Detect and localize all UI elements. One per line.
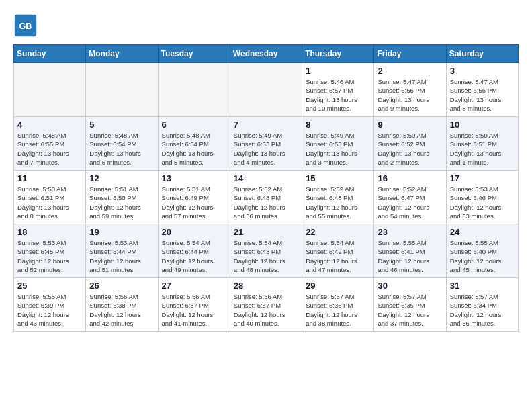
calendar-cell: 10Sunrise: 5:50 AM Sunset: 6:51 PM Dayli… bbox=[446, 117, 518, 171]
calendar-table: SundayMondayTuesdayWednesdayThursdayFrid… bbox=[13, 44, 519, 332]
calendar-cell: 13Sunrise: 5:51 AM Sunset: 6:49 PM Dayli… bbox=[158, 171, 230, 224]
calendar-cell: 25Sunrise: 5:55 AM Sunset: 6:39 PM Dayli… bbox=[14, 278, 86, 332]
day-info: Sunrise: 5:53 AM Sunset: 6:45 PM Dayligh… bbox=[17, 238, 82, 274]
day-info: Sunrise: 5:55 AM Sunset: 6:41 PM Dayligh… bbox=[378, 238, 442, 274]
calendar-week-row: 25Sunrise: 5:55 AM Sunset: 6:39 PM Dayli… bbox=[14, 278, 519, 332]
calendar-week-row: 18Sunrise: 5:53 AM Sunset: 6:45 PM Dayli… bbox=[14, 224, 519, 278]
weekday-header-tuesday: Tuesday bbox=[158, 45, 230, 63]
day-number: 22 bbox=[306, 227, 370, 237]
day-number: 19 bbox=[89, 227, 154, 237]
calendar-cell: 29Sunrise: 5:57 AM Sunset: 6:36 PM Dayli… bbox=[302, 278, 374, 332]
calendar-week-row: 4Sunrise: 5:48 AM Sunset: 6:55 PM Daylig… bbox=[14, 117, 519, 171]
day-number: 3 bbox=[450, 66, 515, 76]
day-info: Sunrise: 5:53 AM Sunset: 6:46 PM Dayligh… bbox=[450, 185, 515, 220]
day-info: Sunrise: 5:54 AM Sunset: 6:42 PM Dayligh… bbox=[306, 238, 370, 274]
calendar-cell: 7Sunrise: 5:49 AM Sunset: 6:53 PM Daylig… bbox=[230, 117, 302, 171]
calendar-cell: 16Sunrise: 5:52 AM Sunset: 6:47 PM Dayli… bbox=[374, 171, 446, 224]
day-info: Sunrise: 5:52 AM Sunset: 6:48 PM Dayligh… bbox=[306, 185, 370, 220]
day-info: Sunrise: 5:52 AM Sunset: 6:47 PM Dayligh… bbox=[378, 185, 442, 220]
day-number: 11 bbox=[17, 173, 82, 183]
day-number: 29 bbox=[306, 281, 370, 291]
weekday-header-thursday: Thursday bbox=[302, 45, 374, 63]
day-number: 8 bbox=[306, 120, 370, 130]
day-number: 12 bbox=[89, 173, 154, 183]
day-info: Sunrise: 5:50 AM Sunset: 6:52 PM Dayligh… bbox=[378, 131, 442, 167]
calendar-cell: 11Sunrise: 5:50 AM Sunset: 6:51 PM Dayli… bbox=[14, 171, 86, 224]
calendar-cell: 2Sunrise: 5:47 AM Sunset: 6:56 PM Daylig… bbox=[374, 63, 446, 117]
day-info: Sunrise: 5:56 AM Sunset: 6:38 PM Dayligh… bbox=[89, 292, 154, 328]
calendar-cell: 26Sunrise: 5:56 AM Sunset: 6:38 PM Dayli… bbox=[86, 278, 158, 332]
day-info: Sunrise: 5:54 AM Sunset: 6:44 PM Dayligh… bbox=[162, 238, 226, 274]
day-info: Sunrise: 5:46 AM Sunset: 6:57 PM Dayligh… bbox=[306, 77, 370, 113]
calendar-cell: 15Sunrise: 5:52 AM Sunset: 6:48 PM Dayli… bbox=[302, 171, 374, 224]
calendar-week-row: 1Sunrise: 5:46 AM Sunset: 6:57 PM Daylig… bbox=[14, 63, 519, 117]
calendar-cell: 27Sunrise: 5:56 AM Sunset: 6:37 PM Dayli… bbox=[158, 278, 230, 332]
calendar-cell: 6Sunrise: 5:48 AM Sunset: 6:54 PM Daylig… bbox=[158, 117, 230, 171]
calendar-cell bbox=[14, 63, 86, 117]
day-info: Sunrise: 5:54 AM Sunset: 6:43 PM Dayligh… bbox=[234, 238, 298, 274]
logo: GB bbox=[13, 13, 42, 38]
calendar-cell: 3Sunrise: 5:47 AM Sunset: 6:56 PM Daylig… bbox=[446, 63, 518, 117]
day-number: 13 bbox=[162, 173, 226, 183]
weekday-header-monday: Monday bbox=[86, 45, 158, 63]
page-header: GB bbox=[13, 13, 519, 38]
day-number: 2 bbox=[378, 66, 442, 76]
calendar-cell: 8Sunrise: 5:49 AM Sunset: 6:53 PM Daylig… bbox=[302, 117, 374, 171]
day-number: 17 bbox=[450, 173, 515, 183]
day-info: Sunrise: 5:57 AM Sunset: 6:36 PM Dayligh… bbox=[306, 292, 370, 328]
day-info: Sunrise: 5:49 AM Sunset: 6:53 PM Dayligh… bbox=[234, 131, 298, 167]
day-info: Sunrise: 5:47 AM Sunset: 6:56 PM Dayligh… bbox=[450, 77, 515, 113]
day-number: 5 bbox=[89, 120, 154, 130]
day-number: 31 bbox=[450, 281, 515, 291]
day-number: 21 bbox=[234, 227, 298, 237]
svg-text:GB: GB bbox=[19, 21, 32, 31]
calendar-cell: 1Sunrise: 5:46 AM Sunset: 6:57 PM Daylig… bbox=[302, 63, 374, 117]
weekday-header-wednesday: Wednesday bbox=[230, 45, 302, 63]
calendar-cell: 20Sunrise: 5:54 AM Sunset: 6:44 PM Dayli… bbox=[158, 224, 230, 278]
calendar-cell: 30Sunrise: 5:57 AM Sunset: 6:35 PM Dayli… bbox=[374, 278, 446, 332]
calendar-cell: 21Sunrise: 5:54 AM Sunset: 6:43 PM Dayli… bbox=[230, 224, 302, 278]
calendar-cell: 28Sunrise: 5:56 AM Sunset: 6:37 PM Dayli… bbox=[230, 278, 302, 332]
day-info: Sunrise: 5:49 AM Sunset: 6:53 PM Dayligh… bbox=[306, 131, 370, 167]
weekday-header-sunday: Sunday bbox=[14, 45, 86, 63]
day-number: 20 bbox=[162, 227, 226, 237]
calendar-cell: 24Sunrise: 5:55 AM Sunset: 6:40 PM Dayli… bbox=[446, 224, 518, 278]
calendar-cell: 31Sunrise: 5:57 AM Sunset: 6:34 PM Dayli… bbox=[446, 278, 518, 332]
day-number: 9 bbox=[378, 120, 442, 130]
day-number: 4 bbox=[17, 120, 82, 130]
calendar-cell: 4Sunrise: 5:48 AM Sunset: 6:55 PM Daylig… bbox=[14, 117, 86, 171]
weekday-header-friday: Friday bbox=[374, 45, 446, 63]
calendar-cell bbox=[230, 63, 302, 117]
day-number: 14 bbox=[234, 173, 298, 183]
day-number: 10 bbox=[450, 120, 515, 130]
day-number: 16 bbox=[378, 173, 442, 183]
logo-icon: GB bbox=[13, 13, 38, 38]
day-info: Sunrise: 5:48 AM Sunset: 6:54 PM Dayligh… bbox=[89, 131, 154, 167]
weekday-header-saturday: Saturday bbox=[446, 45, 518, 63]
day-number: 24 bbox=[450, 227, 515, 237]
day-info: Sunrise: 5:48 AM Sunset: 6:54 PM Dayligh… bbox=[162, 131, 226, 167]
day-info: Sunrise: 5:56 AM Sunset: 6:37 PM Dayligh… bbox=[162, 292, 226, 328]
day-number: 25 bbox=[17, 281, 82, 291]
day-number: 1 bbox=[306, 66, 370, 76]
day-number: 23 bbox=[378, 227, 442, 237]
day-number: 26 bbox=[89, 281, 154, 291]
day-number: 28 bbox=[234, 281, 298, 291]
day-info: Sunrise: 5:50 AM Sunset: 6:51 PM Dayligh… bbox=[450, 131, 515, 167]
calendar-week-row: 11Sunrise: 5:50 AM Sunset: 6:51 PM Dayli… bbox=[14, 171, 519, 224]
calendar-cell bbox=[158, 63, 230, 117]
calendar-cell: 23Sunrise: 5:55 AM Sunset: 6:41 PM Dayli… bbox=[374, 224, 446, 278]
day-info: Sunrise: 5:55 AM Sunset: 6:39 PM Dayligh… bbox=[17, 292, 82, 328]
day-info: Sunrise: 5:56 AM Sunset: 6:37 PM Dayligh… bbox=[234, 292, 298, 328]
day-number: 7 bbox=[234, 120, 298, 130]
day-number: 15 bbox=[306, 173, 370, 183]
day-info: Sunrise: 5:53 AM Sunset: 6:44 PM Dayligh… bbox=[89, 238, 154, 274]
day-info: Sunrise: 5:55 AM Sunset: 6:40 PM Dayligh… bbox=[450, 238, 515, 274]
day-info: Sunrise: 5:47 AM Sunset: 6:56 PM Dayligh… bbox=[378, 77, 442, 113]
calendar-header-row: SundayMondayTuesdayWednesdayThursdayFrid… bbox=[14, 45, 519, 63]
calendar-cell: 18Sunrise: 5:53 AM Sunset: 6:45 PM Dayli… bbox=[14, 224, 86, 278]
calendar-cell: 17Sunrise: 5:53 AM Sunset: 6:46 PM Dayli… bbox=[446, 171, 518, 224]
day-info: Sunrise: 5:57 AM Sunset: 6:35 PM Dayligh… bbox=[378, 292, 442, 328]
calendar-cell: 22Sunrise: 5:54 AM Sunset: 6:42 PM Dayli… bbox=[302, 224, 374, 278]
day-info: Sunrise: 5:57 AM Sunset: 6:34 PM Dayligh… bbox=[450, 292, 515, 328]
